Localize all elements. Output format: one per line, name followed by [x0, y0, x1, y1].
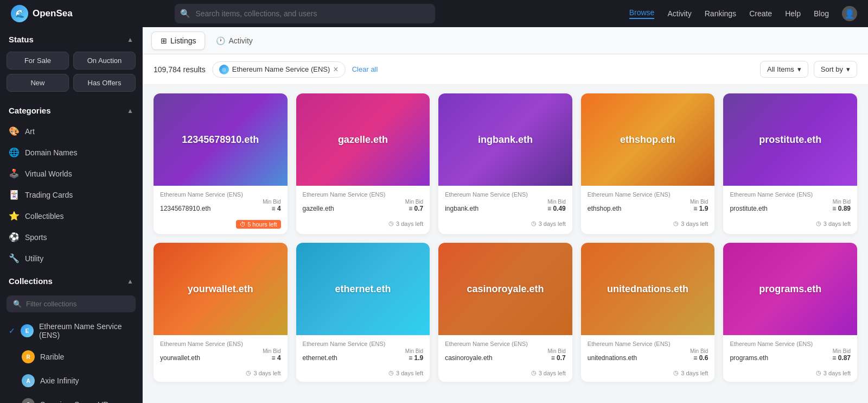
nft-card-4[interactable]: ethshop.eth Ethereum Name Service (ENS) …	[581, 93, 715, 234]
nft-card-6[interactable]: yourwallet.eth Ethereum Name Service (EN…	[154, 243, 288, 382]
category-utility[interactable]: 🔧 Utility	[0, 248, 142, 269]
nav-links: Browse Activity Rankings Create Help Blo…	[629, 6, 857, 21]
nft-image: yourwallet.eth	[154, 243, 288, 335]
collection-somnium[interactable]: S Somnium Space VR	[0, 393, 142, 403]
logo-icon: 🌊	[11, 5, 28, 22]
nft-price: ≡ 1.9	[690, 205, 708, 212]
sports-icon: ⚽	[9, 232, 20, 242]
clear-all-button[interactable]: Clear all	[352, 65, 378, 73]
category-domain-names[interactable]: 🌐 Domain Names	[0, 142, 142, 163]
tab-activity[interactable]: 🕐 Activity	[207, 32, 261, 49]
nft-collection-name: Ethereum Name Service (ENS)	[160, 191, 281, 198]
nft-card-5[interactable]: prostitute.eth Ethereum Name Service (EN…	[723, 93, 857, 234]
nft-name-overlay: ethshop.eth	[620, 134, 675, 146]
search-input[interactable]	[175, 4, 435, 23]
ens-check-icon: ✓	[9, 326, 15, 335]
nft-card-1[interactable]: 12345678910.eth Ethereum Name Service (E…	[154, 93, 288, 234]
nft-meta: casinoroyale.eth Min Bid ≡ 0.7	[445, 348, 566, 362]
collection-ens[interactable]: ✓ E Ethereum Name Service (ENS)	[0, 317, 142, 345]
nft-title: unitednations.eth	[588, 354, 637, 362]
nft-price-label: Min Bid	[405, 348, 423, 354]
nft-name-overlay: ingbank.eth	[478, 134, 533, 146]
rarible-avatar: R	[22, 350, 35, 363]
nft-card-10[interactable]: programs.eth Ethereum Name Service (ENS)…	[723, 243, 857, 382]
collection-rarible[interactable]: R Rarible	[0, 345, 142, 369]
ens-avatar: E	[21, 324, 34, 337]
user-avatar[interactable]: 👤	[842, 6, 857, 21]
category-virtual-worlds[interactable]: 🕹️ Virtual Worlds	[0, 163, 142, 184]
nft-name-overlay: unitednations.eth	[607, 284, 688, 295]
nav-browse[interactable]: Browse	[629, 8, 655, 19]
nft-price-label: Min Bid	[832, 348, 851, 354]
status-new-button[interactable]: New	[7, 74, 69, 92]
status-chevron-icon[interactable]: ▲	[127, 36, 133, 43]
nft-title: programs.eth	[730, 354, 768, 362]
nft-price-block: Min Bid ≡ 0.6	[690, 348, 708, 362]
time-icon: ◷	[388, 220, 394, 227]
nft-title: 12345678910.eth	[160, 205, 210, 212]
nft-title: prostitute.eth	[730, 205, 767, 212]
category-sports[interactable]: ⚽ Sports	[0, 226, 142, 248]
all-items-dropdown[interactable]: All Items ▾	[760, 61, 808, 78]
remove-filter-button[interactable]: ×	[333, 65, 338, 74]
time-icon: ◷	[673, 369, 679, 376]
nft-meta: ingbank.eth Min Bid ≡ 0.49	[445, 199, 566, 212]
sort-by-dropdown[interactable]: Sort by ▾	[814, 61, 857, 78]
nav-activity[interactable]: Activity	[667, 9, 691, 18]
category-collectibles[interactable]: ⭐ Collectibles	[0, 205, 142, 226]
sidebar: Status ▲ For Sale On Auction New Has Off…	[0, 27, 143, 403]
nft-price-block: Min Bid ≡ 4	[263, 348, 280, 362]
nft-footer: ◷ 3 days left	[723, 366, 857, 382]
nav-help[interactable]: Help	[785, 9, 801, 18]
status-has-offers-button[interactable]: Has Offers	[73, 74, 136, 92]
tab-listings[interactable]: ⊞ Listings	[151, 32, 205, 50]
nav-create[interactable]: Create	[749, 9, 772, 18]
nft-name-overlay: gazelle.eth	[338, 134, 388, 146]
trading-cards-icon: 🃏	[9, 190, 20, 200]
status-for-sale-button[interactable]: For Sale	[7, 52, 69, 70]
status-section-header: Status ▲	[0, 27, 142, 49]
collection-axie[interactable]: A Axie Infinity	[0, 369, 142, 393]
status-on-auction-button[interactable]: On Auction	[73, 52, 136, 70]
time-icon: ◷	[531, 220, 537, 227]
nft-meta: ethshop.eth Min Bid ≡ 1.9	[588, 199, 709, 212]
logo[interactable]: 🌊 OpenSea	[11, 5, 73, 22]
nft-price: ≡ 1.9	[405, 354, 423, 362]
active-filter-chip[interactable]: ◎ Ethereum Name Service (ENS) ×	[212, 61, 346, 78]
nft-footer: ◷ 3 days left	[296, 366, 430, 382]
nft-card-8[interactable]: casinoroyale.eth Ethereum Name Service (…	[438, 243, 572, 382]
activity-clock-icon: 🕐	[216, 36, 225, 45]
collections-section-header: Collections ▲	[0, 269, 142, 291]
nav-blog[interactable]: Blog	[814, 9, 829, 18]
time-badge: ◷ 3 days left	[388, 369, 423, 376]
nft-price-label: Min Bid	[547, 348, 565, 354]
nft-collection-name: Ethereum Name Service (ENS)	[303, 341, 424, 347]
sort-by-label: Sort by	[821, 65, 843, 73]
collections-chevron-icon[interactable]: ▲	[127, 278, 133, 285]
categories-section-header: Categories ▲	[0, 98, 142, 121]
category-utility-label: Utility	[25, 254, 43, 263]
time-icon: ◷	[531, 369, 537, 376]
nft-card-3[interactable]: ingbank.eth Ethereum Name Service (ENS) …	[438, 93, 572, 234]
nav-rankings[interactable]: Rankings	[705, 9, 736, 18]
category-trading-cards[interactable]: 🃏 Trading Cards	[0, 184, 142, 205]
categories-chevron-icon[interactable]: ▲	[127, 107, 133, 115]
nft-card-2[interactable]: gazelle.eth Ethereum Name Service (ENS) …	[296, 93, 430, 234]
utility-icon: 🔧	[9, 253, 20, 263]
nft-collection-name: Ethereum Name Service (ENS)	[445, 341, 566, 347]
nft-card-9[interactable]: unitednations.eth Ethereum Name Service …	[581, 243, 715, 382]
time-icon: ◷	[388, 369, 394, 376]
category-art[interactable]: 🎨 Art	[0, 121, 142, 142]
nft-title: ingbank.eth	[445, 205, 478, 212]
collection-axie-label: Axie Infinity	[40, 376, 79, 385]
category-collectibles-label: Collectibles	[25, 212, 64, 221]
nft-card-7[interactable]: ethernet.eth Ethereum Name Service (ENS)…	[296, 243, 430, 382]
nft-meta: gazelle.eth Min Bid ≡ 0.7	[303, 199, 424, 212]
nft-image: unitednations.eth	[581, 243, 715, 335]
nft-footer: ◷ 3 days left	[154, 366, 288, 382]
nft-info: Ethereum Name Service (ENS) gazelle.eth …	[296, 186, 430, 217]
collections-filter-input[interactable]	[26, 300, 129, 308]
nft-price-label: Min Bid	[690, 348, 708, 354]
results-count: 109,784 results	[154, 65, 206, 74]
nft-collection-name: Ethereum Name Service (ENS)	[588, 191, 709, 198]
